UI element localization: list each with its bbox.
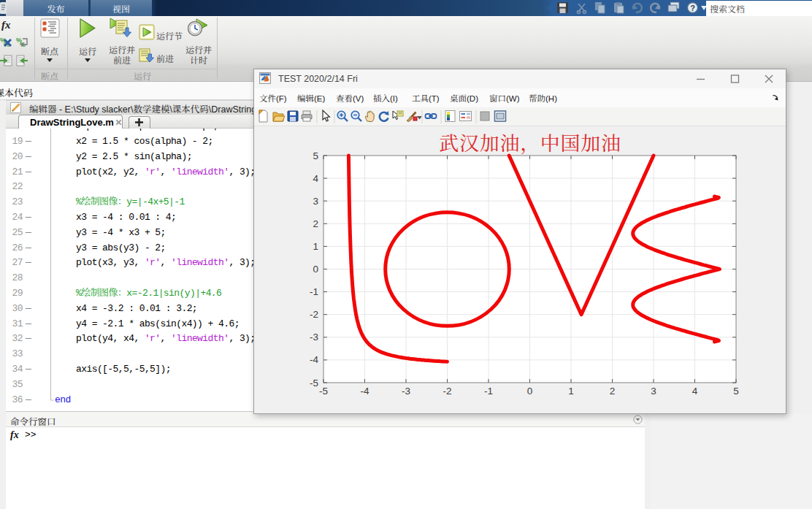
svg-text:-4: -4	[310, 354, 318, 365]
svg-text:-1: -1	[310, 286, 318, 297]
svg-text:5: 5	[733, 386, 739, 397]
svg-text:4: 4	[313, 173, 318, 184]
svg-text:2: 2	[313, 218, 318, 229]
svg-text:3: 3	[313, 196, 318, 207]
svg-text:2: 2	[610, 386, 616, 397]
svg-text:-3: -3	[310, 332, 318, 342]
svg-text:1: 1	[568, 386, 574, 397]
svg-text:-1: -1	[484, 386, 493, 397]
svg-text:-2: -2	[310, 309, 318, 320]
svg-text:0: 0	[313, 264, 318, 275]
svg-text:3: 3	[651, 386, 656, 397]
svg-text:4: 4	[692, 386, 698, 397]
svg-text:-5: -5	[319, 386, 328, 397]
svg-text:1: 1	[313, 241, 318, 252]
svg-text:?: ?	[690, 4, 695, 12]
svg-text:-4: -4	[360, 386, 369, 397]
svg-text:-3: -3	[402, 386, 410, 397]
svg-text:-2: -2	[443, 386, 451, 397]
svg-text:0: 0	[527, 386, 533, 397]
svg-text:-5: -5	[310, 378, 318, 389]
